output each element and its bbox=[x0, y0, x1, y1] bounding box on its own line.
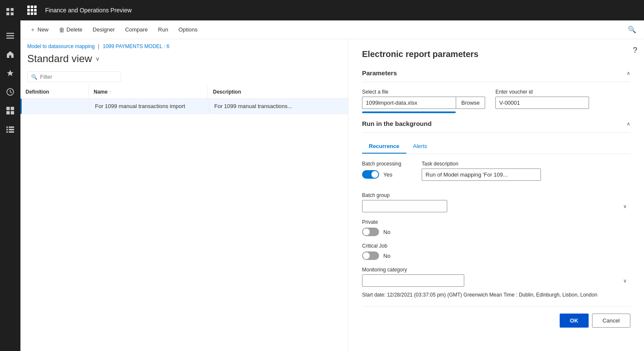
svg-rect-13 bbox=[9, 126, 14, 128]
file-progress-bar bbox=[362, 111, 456, 113]
breadcrumb-model-mapping[interactable]: Model to datasource mapping bbox=[27, 43, 95, 49]
delete-button[interactable]: 🗑 Delete bbox=[55, 24, 87, 36]
voucher-label: Enter voucher id bbox=[495, 89, 589, 95]
batch-toggle[interactable] bbox=[362, 170, 379, 179]
file-input-row: Browse bbox=[362, 97, 485, 109]
voucher-input[interactable] bbox=[495, 97, 589, 109]
main-area: Finance and Operations Preview ＋ New 🗑 D… bbox=[20, 0, 644, 351]
private-toggle-thumb bbox=[363, 228, 370, 235]
svg-rect-16 bbox=[6, 131, 8, 133]
home-icon[interactable] bbox=[2, 46, 19, 63]
title-chevron-icon[interactable]: ∨ bbox=[95, 55, 100, 62]
critical-job-label: Critical Job bbox=[362, 243, 630, 249]
file-input-group: Select a file Browse bbox=[362, 89, 485, 113]
list-icon[interactable] bbox=[2, 121, 19, 138]
recent-icon[interactable] bbox=[2, 83, 19, 100]
critical-job-toggle[interactable] bbox=[362, 251, 379, 260]
breadcrumb-separator: | bbox=[98, 43, 99, 49]
parameters-section-header: Parameters ∧ bbox=[362, 69, 630, 82]
filter-input[interactable] bbox=[40, 74, 117, 80]
monitoring-category-label: Monitoring category bbox=[362, 267, 630, 273]
help-icon[interactable]: ? bbox=[633, 46, 637, 55]
left-panel: Model to datasource mapping | 1099 PAYME… bbox=[20, 39, 348, 351]
private-toggle-row: No bbox=[362, 228, 630, 236]
monitoring-category-dropdown-wrap: ∨ bbox=[362, 274, 630, 287]
page-title: Standard view bbox=[27, 53, 92, 65]
svg-rect-14 bbox=[6, 129, 8, 130]
page-title-row: Standard view ∨ bbox=[20, 51, 348, 70]
data-table: Definition Name ↑ Description bbox=[20, 86, 348, 351]
critical-job-no-label: No bbox=[383, 253, 391, 259]
star-icon[interactable] bbox=[2, 65, 19, 82]
private-toggle[interactable] bbox=[362, 228, 379, 236]
file-voucher-row: Select a file Browse Enter voucher id bbox=[362, 89, 630, 113]
dialog-footer: OK Cancel bbox=[362, 306, 630, 328]
monitoring-category-arrow-icon: ∨ bbox=[623, 278, 627, 284]
private-label: Private bbox=[362, 219, 630, 225]
svg-rect-17 bbox=[9, 131, 14, 133]
options-button[interactable]: Options bbox=[174, 24, 202, 35]
table-row[interactable]: For 1099 manual transactions import For … bbox=[20, 99, 348, 114]
dashboard-icon[interactable] bbox=[2, 102, 19, 119]
run-background-collapse-icon[interactable]: ∧ bbox=[627, 121, 630, 127]
batch-group-label: Batch group bbox=[362, 192, 630, 198]
designer-button[interactable]: Designer bbox=[89, 24, 119, 35]
sidebar bbox=[0, 0, 20, 351]
search-button[interactable]: 🔍 bbox=[625, 23, 639, 37]
batch-processing-label: Batch processing bbox=[362, 161, 401, 167]
browse-button[interactable]: Browse bbox=[456, 97, 485, 109]
parameters-collapse-icon[interactable]: ∧ bbox=[627, 70, 630, 76]
batch-yes-label: Yes bbox=[383, 171, 392, 178]
cell-description: For 1099 manual transactions... bbox=[209, 99, 348, 114]
compare-button[interactable]: Compare bbox=[121, 24, 152, 35]
svg-rect-2 bbox=[6, 12, 9, 15]
svg-rect-1 bbox=[11, 8, 14, 11]
svg-rect-9 bbox=[11, 107, 14, 110]
svg-rect-6 bbox=[6, 38, 14, 39]
svg-rect-11 bbox=[11, 111, 14, 114]
run-button[interactable]: Run bbox=[154, 24, 172, 35]
tab-recurrence[interactable]: Recurrence bbox=[362, 140, 406, 154]
critical-job-section: Critical Job No bbox=[362, 243, 630, 260]
cancel-button[interactable]: Cancel bbox=[592, 314, 630, 328]
svg-rect-5 bbox=[6, 35, 14, 36]
task-description-label: Task description bbox=[422, 161, 541, 167]
breadcrumb: Model to datasource mapping | 1099 PAYME… bbox=[20, 39, 348, 51]
apps-grid-icon[interactable] bbox=[27, 6, 37, 15]
svg-rect-0 bbox=[6, 8, 9, 11]
svg-rect-12 bbox=[6, 126, 8, 128]
hamburger-icon[interactable] bbox=[2, 27, 19, 44]
monitoring-category-select[interactable] bbox=[362, 274, 464, 287]
parameters-section: Parameters ∧ Select a file Browse bbox=[362, 69, 630, 113]
batch-group-select[interactable] bbox=[362, 200, 447, 212]
private-section: Private No bbox=[362, 219, 630, 236]
ok-button[interactable]: OK bbox=[560, 314, 589, 328]
header-bar: Finance and Operations Preview bbox=[20, 0, 644, 20]
svg-rect-10 bbox=[6, 111, 10, 114]
col-name: Name ↑ bbox=[89, 86, 208, 98]
sort-icon[interactable]: ↑ bbox=[109, 90, 112, 94]
delete-icon: 🗑 bbox=[59, 26, 65, 33]
file-input[interactable] bbox=[362, 97, 456, 109]
dialog-title: Electronic report parameters bbox=[362, 49, 630, 59]
grid-icon[interactable] bbox=[2, 3, 19, 20]
table-header: Definition Name ↑ Description bbox=[20, 86, 348, 99]
breadcrumb-model-name[interactable]: 1099 PAYMENTS MODEL : 6 bbox=[103, 43, 170, 49]
run-background-section: Run in the background ∧ Recurrence Alert… bbox=[362, 120, 630, 298]
toggle-thumb bbox=[371, 171, 378, 178]
batch-group-arrow-icon: ∨ bbox=[623, 203, 627, 209]
run-background-header: Run in the background ∧ bbox=[362, 120, 630, 133]
start-date-text: Start date: 12/28/2021 (03:37:05 pm) (GM… bbox=[362, 292, 630, 298]
run-background-title: Run in the background bbox=[362, 120, 431, 127]
svg-rect-4 bbox=[6, 33, 14, 34]
task-description-input[interactable] bbox=[422, 168, 541, 181]
batch-group-dropdown-wrap: ∨ bbox=[362, 200, 630, 212]
select-file-label: Select a file bbox=[362, 89, 485, 95]
new-icon: ＋ bbox=[30, 26, 36, 34]
right-panel: ? Electronic report parameters Parameter… bbox=[348, 39, 644, 351]
private-no-label: No bbox=[383, 229, 391, 235]
new-button[interactable]: ＋ New bbox=[26, 23, 53, 36]
tab-alerts[interactable]: Alerts bbox=[406, 140, 434, 154]
svg-rect-8 bbox=[6, 107, 10, 110]
critical-job-thumb bbox=[363, 252, 370, 259]
